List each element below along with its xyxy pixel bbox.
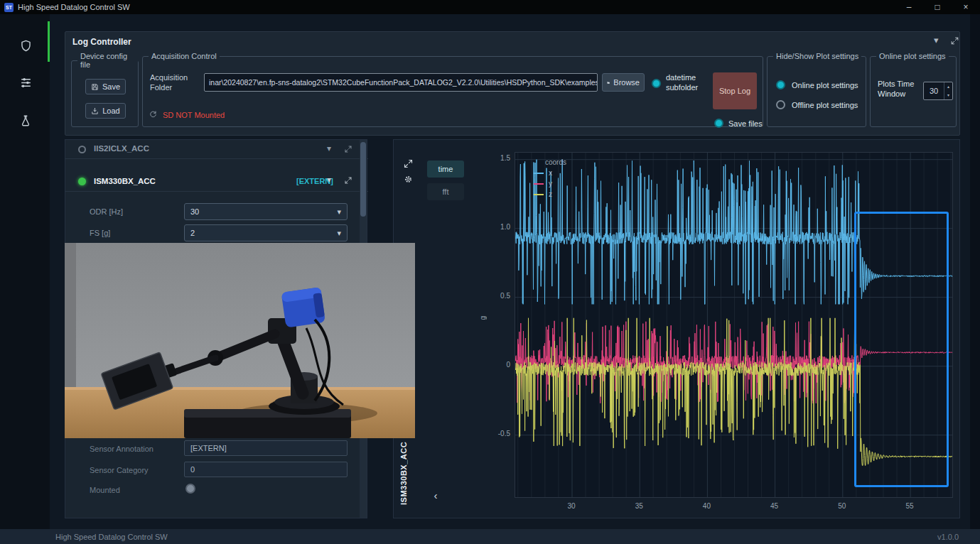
legend-swatch-y: [534, 183, 544, 185]
close-button[interactable]: ×: [952, 0, 980, 14]
legend-entry-y: y: [534, 178, 566, 189]
save-config-button[interactable]: Save: [85, 79, 126, 94]
active-page-indicator: [48, 21, 50, 62]
save-icon: [91, 83, 99, 91]
acquisition-folder-label: Acquisition Folder: [150, 73, 203, 93]
online-plot-settings-label: Online plot settings: [792, 81, 858, 89]
device-config-group: Device config file Save Load: [71, 52, 139, 127]
plots-time-window-label: Plots Time Window: [878, 79, 922, 99]
zoom-selection-box: [854, 212, 949, 487]
save-files-label: Save files: [728, 119, 763, 128]
chevron-down-icon[interactable]: ▾: [327, 175, 331, 185]
log-controller-panel: Log Controller ▾ Device config file Save…: [65, 31, 960, 136]
y-tick-label: -0.5: [486, 430, 510, 437]
refresh-icon[interactable]: [149, 110, 158, 119]
sensor-annotation-input[interactable]: [EXTERN]: [184, 440, 348, 456]
st-logo: ST: [4, 3, 14, 12]
plot-settings-gear-icon[interactable]: [403, 174, 414, 185]
sensor-name: ISM330BX_ACC: [94, 177, 156, 185]
x-tick-label: 30: [564, 502, 578, 510]
plot-legend: coords x y z: [534, 158, 566, 200]
sidebar-item-experimental[interactable]: [14, 109, 37, 132]
sensor-category-input[interactable]: 0: [184, 462, 348, 477]
online-plot-settings-option[interactable]: Online plot settings: [776, 80, 858, 89]
stepper-up-icon[interactable]: ▴: [944, 82, 952, 91]
camera-preview: [65, 243, 415, 438]
acquisition-folder-input[interactable]: inar\20240827\en.fp-sns-datalog2\STM32Cu…: [204, 73, 598, 92]
save-files-toggle[interactable]: [714, 119, 723, 128]
robot-arm-photo: [65, 243, 415, 438]
fs-select[interactable]: 2 ▾: [184, 224, 348, 241]
sidebar-item-device-settings[interactable]: [14, 71, 37, 94]
datetime-subfolder-toggle[interactable]: [652, 79, 661, 88]
folder-icon: [607, 79, 610, 87]
plot-expand-icon[interactable]: [403, 158, 414, 169]
stepper-buttons: ▴ ▾: [944, 82, 952, 99]
tab-fft[interactable]: fft: [427, 183, 464, 200]
x-tick-label: 35: [632, 502, 646, 510]
sensor-disabled-dot[interactable]: [78, 146, 86, 153]
load-label: Load: [102, 107, 119, 115]
stop-log-button[interactable]: Stop Log: [713, 72, 757, 109]
online-plot-settings-group: Online plot settings Plots Time Window 3…: [870, 52, 957, 127]
collapse-left-icon[interactable]: ‹: [429, 489, 442, 505]
minimize-button[interactable]: –: [895, 0, 923, 14]
load-config-button[interactable]: Load: [85, 103, 126, 119]
maximize-button[interactable]: □: [923, 0, 952, 14]
sliders-icon: [19, 76, 33, 89]
chevron-down-icon: ▾: [337, 225, 341, 241]
window-title: High Speed Datalog Control SW: [18, 3, 130, 11]
load-icon: [91, 107, 99, 115]
plot-panel: time fft ISM330BX_ACC ‹ g coords x y z: [393, 139, 960, 518]
sensor-row-ism330bx[interactable]: ISM330BX_ACC [EXTERN] ▾: [65, 171, 368, 192]
legend-swatch-x: [534, 173, 544, 174]
panel-collapse-chevron-icon[interactable]: ▾: [934, 35, 939, 45]
signal-plot[interactable]: coords x y z: [515, 152, 953, 498]
legend-label: y: [549, 180, 552, 187]
flask-icon: [19, 114, 32, 127]
odr-select[interactable]: 30 ▾: [184, 203, 348, 220]
expand-icon[interactable]: [344, 176, 352, 185]
plots-time-window-stepper[interactable]: 30 ▴ ▾: [923, 82, 953, 100]
group-legend: Acquisition Control: [149, 52, 220, 60]
statusbar: High Speed Datalog Control SW v1.0.0: [0, 529, 980, 544]
window-controls: – □ ×: [895, 0, 980, 14]
browse-button[interactable]: Browse: [602, 73, 645, 92]
y-tick-label: 1.0: [486, 223, 510, 231]
sensor-name: IIS2ICLX_ACC: [94, 144, 149, 153]
legend-entry-x: x: [534, 168, 566, 178]
sidebar-item-log-controller[interactable]: [14, 34, 37, 57]
tab-time[interactable]: time: [427, 161, 464, 178]
window-edge: [970, 14, 980, 529]
chevron-down-icon[interactable]: ▾: [327, 143, 331, 153]
mounted-label: Mounted: [90, 486, 120, 494]
legend-title: coords: [545, 158, 566, 166]
mounted-toggle[interactable]: [185, 484, 195, 494]
stepper-down-icon[interactable]: ▾: [944, 91, 952, 99]
expand-icon[interactable]: [344, 145, 352, 153]
app-window: ST High Speed Datalog Control SW – □ × L…: [0, 0, 980, 544]
y-tick-label: 0: [486, 361, 510, 369]
sensor-enabled-dot[interactable]: [78, 178, 86, 185]
statusbar-version: v1.0.0: [937, 533, 959, 541]
sensor-row-iis2iclx[interactable]: IIS2ICLX_ACC ▾: [65, 140, 368, 159]
plot-sensor-label: ISM330BX_ACC: [399, 447, 412, 505]
sd-status-text: SD NOT Mounted: [163, 111, 225, 119]
scrollbar-thumb[interactable]: [360, 142, 366, 217]
datetime-subfolder-label: datetime subfolder: [666, 73, 716, 93]
y-tick-label: 1.5: [486, 154, 510, 162]
sensor-annotation-label: Sensor Annotation: [90, 445, 154, 453]
statusbar-app-name: High Speed Datalog Control SW: [55, 533, 168, 541]
sidebar: [0, 14, 50, 529]
shield-icon: [19, 39, 33, 53]
legend-label: x: [549, 169, 552, 177]
fs-value: 2: [190, 229, 195, 237]
offline-plot-settings-option[interactable]: Offline plot settings: [776, 100, 858, 109]
browse-label: Browse: [613, 78, 640, 87]
odr-value: 30: [190, 207, 199, 216]
group-legend: Hide/Show Plot settings: [773, 52, 861, 60]
plots-time-window-value[interactable]: 30: [924, 82, 944, 99]
panel-expand-icon[interactable]: [950, 36, 959, 45]
sd-status-row: SD NOT Mounted: [149, 110, 225, 119]
x-tick-label: 40: [699, 502, 714, 510]
